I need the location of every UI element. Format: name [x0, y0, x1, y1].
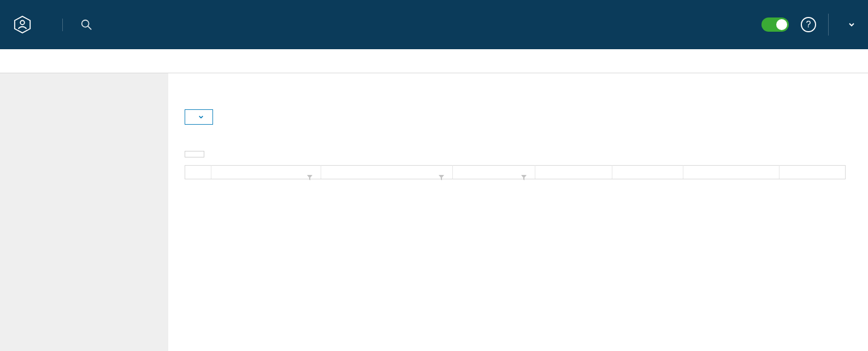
filter-icon[interactable] [438, 174, 445, 181]
page-layout [0, 73, 868, 351]
svg-marker-4 [307, 175, 312, 180]
sidebar [0, 73, 168, 351]
sync-button[interactable] [185, 151, 204, 157]
col-synced-users[interactable] [612, 166, 683, 179]
primary-nav [0, 49, 868, 73]
svg-line-3 [88, 26, 91, 30]
svg-point-2 [82, 20, 89, 27]
help-icon[interactable]: ? [801, 17, 816, 32]
chevron-down-icon [848, 21, 855, 28]
svg-marker-5 [439, 175, 444, 180]
main-content [168, 73, 868, 351]
user-menu[interactable] [841, 21, 855, 28]
search-icon [80, 19, 92, 31]
directories-table [185, 165, 846, 179]
global-search [62, 19, 749, 31]
top-header: ? [0, 0, 868, 49]
table-header-row [185, 166, 846, 179]
filter-icon[interactable] [521, 174, 527, 181]
svg-marker-6 [521, 175, 527, 180]
col-select [185, 166, 211, 179]
header-right-controls: ? [749, 14, 855, 36]
add-directory-button[interactable] [185, 109, 213, 125]
col-directory-name[interactable] [211, 166, 321, 179]
col-alerts[interactable] [780, 166, 846, 179]
col-synced-groups[interactable] [535, 166, 612, 179]
new-navigation-toggle[interactable] [761, 17, 789, 32]
filter-icon[interactable] [306, 174, 313, 181]
brand [13, 15, 40, 34]
col-type[interactable] [321, 166, 453, 179]
svg-point-1 [20, 20, 25, 25]
divider [828, 14, 829, 36]
brand-logo-icon [13, 15, 32, 34]
chevron-down-icon [198, 114, 204, 120]
col-domains[interactable] [453, 166, 535, 179]
search-input[interactable] [101, 19, 429, 31]
col-last-synced[interactable] [683, 166, 780, 179]
